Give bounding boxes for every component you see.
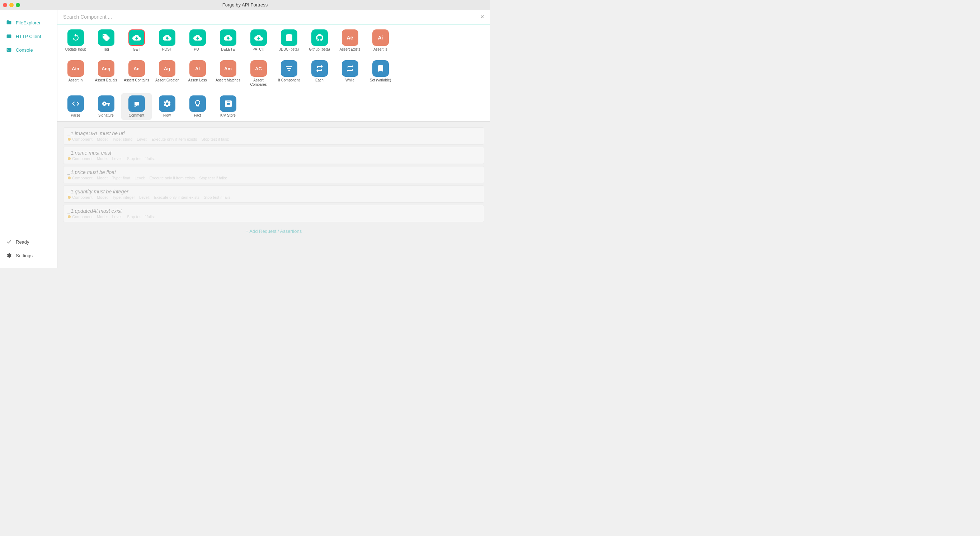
assert-is-label: Assert Is	[374, 47, 387, 52]
sidebar-label-file-explorer: FileExplorer	[16, 20, 41, 25]
assertion-row: _1.name must exist Component Mode: Level…	[63, 147, 484, 164]
delete-icon	[220, 29, 236, 46]
fact-label: Fact	[194, 113, 201, 118]
component-set-variable[interactable]: Set (variable)	[365, 58, 396, 89]
component-assert-greater[interactable]: Ag Assert Greater	[152, 58, 182, 89]
github-icon	[311, 29, 328, 46]
http-client-icon	[6, 33, 12, 40]
close-traffic-light[interactable]	[3, 3, 7, 7]
assertion-row: _1.quantity must be integer Component Mo…	[63, 186, 484, 203]
sidebar-item-console[interactable]: Console	[0, 43, 57, 57]
component-tag[interactable]: Tag	[91, 27, 121, 54]
component-flow[interactable]: Flow	[152, 93, 182, 120]
sidebar-label-settings: Settings	[16, 253, 33, 258]
component-row-1: Update Input Tag GET	[57, 24, 490, 55]
component-assert-equals[interactable]: Aeq Assert Equals	[91, 58, 121, 89]
assertion-fields: Component Mode: Type: string Level: Exec…	[68, 137, 480, 142]
sidebar-bottom: Ready Settings	[0, 229, 57, 262]
component-each[interactable]: Each	[304, 58, 335, 89]
search-input[interactable]	[63, 14, 480, 20]
put-label: PUT	[194, 47, 201, 52]
assert-greater-label: Assert Greater	[155, 78, 179, 83]
put-icon	[189, 29, 206, 46]
component-parse[interactable]: Parse	[60, 93, 91, 120]
assertion-row: _1.updatedAt must exist Component Mode: …	[63, 205, 484, 222]
while-label: While	[345, 78, 355, 83]
sidebar-item-file-explorer[interactable]: FileExplorer	[0, 16, 57, 29]
window-title: Forge by API Fortress	[223, 2, 267, 8]
close-icon[interactable]: ×	[480, 14, 484, 20]
assert-is-icon: Ai	[372, 29, 389, 46]
sidebar-item-settings[interactable]: Settings	[0, 249, 57, 262]
set-variable-icon	[372, 60, 389, 77]
console-icon	[6, 47, 12, 53]
sidebar: FileExplorer HTTP Client Console	[0, 10, 57, 268]
assertion-row: _1.imageURL must be url Component Mode: …	[63, 127, 484, 145]
component-assert-is[interactable]: Ai Assert Is	[365, 27, 396, 54]
assert-less-icon: Al	[189, 60, 206, 77]
component-signature[interactable]: Signature	[91, 93, 121, 120]
flow-label: Flow	[163, 113, 171, 118]
component-patch[interactable]: PATCH	[243, 27, 274, 54]
github-label: Github (beta)	[309, 47, 330, 52]
post-icon	[159, 29, 175, 46]
flow-icon	[159, 95, 175, 112]
patch-icon	[250, 29, 267, 46]
component-kvstore[interactable]: K/V Store	[213, 93, 243, 120]
tag-label: Tag	[103, 47, 109, 52]
kvstore-label: K/V Store	[220, 113, 235, 118]
maximize-traffic-light[interactable]	[16, 3, 20, 7]
assert-compares-icon: AC	[250, 60, 267, 77]
sidebar-item-ready: Ready	[0, 235, 57, 249]
sidebar-label-console: Console	[16, 47, 33, 53]
component-assert-in[interactable]: Ain Assert In	[60, 58, 91, 89]
assert-matches-icon: Am	[220, 60, 236, 77]
component-put[interactable]: PUT	[182, 27, 213, 54]
assertion-text: _1.price must be float	[68, 169, 480, 175]
component-panel: × Update Input Tag	[57, 10, 490, 122]
assertion-fields: Component Mode: Level: Stop test if fail…	[68, 215, 480, 219]
component-while[interactable]: While	[335, 58, 365, 89]
component-assert-compares[interactable]: AC Assert Compares	[243, 58, 274, 89]
jdbc-icon	[281, 29, 298, 46]
component-fact[interactable]: Fact	[182, 93, 213, 120]
assertion-text: _1.imageURL must be url	[68, 130, 480, 136]
assert-contains-label: Assert Contains	[124, 78, 149, 83]
assert-exists-label: Assert Exists	[340, 47, 361, 52]
sidebar-item-http-client[interactable]: HTTP Client	[0, 29, 57, 43]
component-comment[interactable]: Comment	[121, 93, 152, 120]
assert-matches-label: Assert Matches	[216, 78, 240, 83]
assert-equals-label: Assert Equals	[95, 78, 117, 83]
component-get[interactable]: GET	[121, 27, 152, 54]
parse-icon	[67, 95, 84, 112]
component-github[interactable]: Github (beta)	[304, 27, 335, 54]
component-assert-contains[interactable]: Ac Assert Contains	[121, 58, 152, 89]
traffic-lights	[3, 3, 20, 7]
sidebar-label-http-client: HTTP Client	[16, 34, 41, 39]
assert-greater-icon: Ag	[159, 60, 175, 77]
add-request-button[interactable]: + Add Request / Assertions	[63, 224, 484, 238]
assert-equals-icon: Aeq	[98, 60, 115, 77]
minimize-traffic-light[interactable]	[10, 3, 14, 7]
assert-less-label: Assert Less	[188, 78, 207, 83]
component-if[interactable]: If Component	[274, 58, 304, 89]
component-post[interactable]: POST	[152, 27, 182, 54]
component-jdbc[interactable]: JDBC (beta)	[274, 27, 304, 54]
component-assert-less[interactable]: Al Assert Less	[182, 58, 213, 89]
svg-rect-1	[7, 48, 11, 52]
component-update-input[interactable]: Update Input	[60, 27, 91, 54]
assert-in-label: Assert In	[68, 78, 83, 83]
assertion-fields: Component Mode: Level: Stop test if fail…	[68, 156, 480, 161]
each-icon	[311, 60, 328, 77]
component-assert-exists[interactable]: Ae Assert Exists	[335, 27, 365, 54]
get-label: GET	[133, 47, 140, 52]
fact-icon	[189, 95, 206, 112]
assert-exists-icon: Ae	[342, 29, 358, 46]
assertion-fields: Component Mode: Type: float Level: Execu…	[68, 176, 480, 180]
if-icon	[281, 60, 298, 77]
component-assert-matches[interactable]: Am Assert Matches	[213, 58, 243, 89]
assert-in-icon: Ain	[67, 60, 84, 77]
component-row-3: Parse Signature Comment	[57, 91, 490, 121]
component-delete[interactable]: DELETE	[213, 27, 243, 54]
assertion-text: _1.quantity must be integer	[68, 189, 480, 194]
